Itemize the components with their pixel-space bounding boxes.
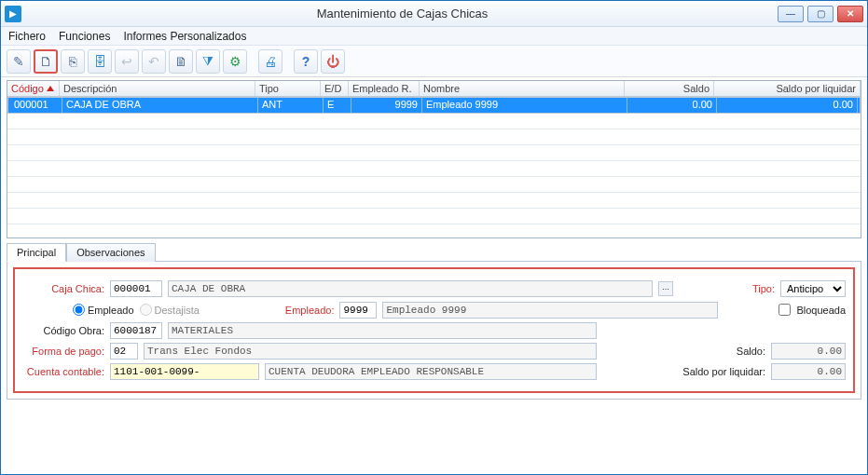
bloqueada-input[interactable] (778, 304, 791, 316)
cuenta-code-input[interactable] (110, 363, 259, 380)
redo-icon[interactable]: ↶ (142, 49, 166, 74)
new-icon[interactable]: 🗋 (34, 49, 58, 74)
forma-pago-name-field[interactable] (144, 343, 597, 360)
col-empleado-r[interactable]: Empleado R. (349, 81, 420, 96)
tab-principal[interactable]: Principal (7, 243, 66, 262)
data-grid[interactable]: Código Descripción Tipo E/D Empleado R. … (7, 80, 861, 238)
obra-name-field[interactable] (168, 322, 597, 339)
bloqueada-checkbox[interactable]: Bloqueada (775, 301, 846, 319)
detail-panel: Caja Chica: ⋯ Tipo: Anticipo Empleado (7, 261, 861, 400)
label-forma-pago: Forma de pago: (22, 346, 104, 357)
cell-descripcion: CAJA DE OBRA (62, 98, 258, 113)
copy-icon[interactable]: ⎘ (61, 49, 85, 74)
saldo-liq-field (771, 363, 846, 380)
radio-destajista-label: Destajista (155, 305, 200, 316)
col-nombre[interactable]: Nombre (420, 81, 625, 96)
app-window: ▶ Mantenimiento de Cajas Chicas — ▢ ✕ Fi… (0, 0, 868, 475)
col-codigo[interactable]: Código (7, 81, 60, 96)
bloqueada-label: Bloqueada (796, 305, 846, 316)
label-empleado: Empleado: (285, 305, 335, 316)
cell-nombre: Empleado 9999 (422, 98, 627, 113)
toolbar: ✎ 🗋 ⎘ 🗄 ↩ ↶ 🗎 ⧩ ⚙ 🖨 ? ⏻ (1, 46, 867, 77)
col-tipo[interactable]: Tipo (255, 81, 321, 96)
cell-empleado-r: 9999 (351, 98, 422, 113)
menu-fichero[interactable]: Fichero (8, 30, 46, 43)
minimize-button[interactable]: — (778, 6, 804, 22)
menu-informes[interactable]: Informes Personalizados (123, 30, 246, 43)
radio-destajista[interactable]: Destajista (140, 304, 200, 316)
menu-bar: Fichero Funciones Informes Personalizado… (1, 27, 867, 46)
close-button[interactable]: ✕ (837, 6, 863, 22)
saldo-field (771, 343, 846, 360)
power-icon[interactable]: ⏻ (321, 49, 345, 74)
radio-empleado-input[interactable] (73, 304, 85, 316)
obra-code-input[interactable] (110, 322, 162, 339)
label-caja-chica: Caja Chica: (22, 283, 104, 294)
archive-icon[interactable]: 🗄 (88, 49, 112, 74)
filter-icon[interactable]: ⧩ (196, 49, 220, 74)
label-cuenta-contable: Cuenta contable: (22, 366, 104, 377)
cell-saldo-liq: 0.00 (717, 98, 858, 113)
menu-funciones[interactable]: Funciones (59, 30, 110, 43)
label-saldo: Saldo: (737, 346, 765, 357)
grid-header: Código Descripción Tipo E/D Empleado R. … (7, 81, 861, 97)
cuenta-name-field[interactable] (265, 363, 597, 380)
sort-asc-icon (47, 86, 54, 91)
title-bar: ▶ Mantenimiento de Cajas Chicas — ▢ ✕ (1, 1, 867, 27)
undo-icon[interactable]: ↩ (115, 49, 139, 74)
col-saldo[interactable]: Saldo (625, 81, 714, 96)
label-tipo: Tipo: (752, 283, 775, 294)
caja-chica-name-field[interactable] (168, 280, 653, 297)
tab-strip: Principal Observaciones (7, 242, 861, 261)
label-codigo-obra: Código Obra: (22, 325, 104, 336)
cell-tipo: ANT (258, 98, 324, 113)
radio-empleado-label: Empleado (88, 305, 134, 316)
radio-empleado[interactable]: Empleado (73, 304, 134, 316)
help-icon[interactable]: ? (294, 49, 318, 74)
edit-icon[interactable]: ✎ (7, 49, 31, 74)
lookup-icon[interactable]: ⋯ (658, 281, 673, 296)
label-saldo-liq: Saldo por liquidar: (682, 366, 765, 377)
window-title: Mantenimiento de Cajas Chicas (27, 7, 778, 20)
tipo-select[interactable]: Anticipo (780, 280, 846, 297)
maximize-button[interactable]: ▢ (807, 6, 834, 22)
cell-ed: E (324, 98, 351, 113)
settings-icon[interactable]: ⚙ (223, 49, 247, 74)
app-icon: ▶ (5, 6, 21, 22)
page-icon[interactable]: 🗎 (169, 49, 193, 74)
tab-observaciones[interactable]: Observaciones (66, 243, 155, 262)
cell-saldo: 0.00 (627, 98, 717, 113)
col-ed[interactable]: E/D (321, 81, 349, 96)
forma-pago-code-input[interactable] (110, 343, 138, 360)
col-saldo-liquidar[interactable]: Saldo por liquidar (714, 81, 861, 96)
col-codigo-label: Código (11, 83, 44, 94)
print-icon[interactable]: 🖨 (258, 49, 282, 74)
col-descripcion[interactable]: Descripción (60, 81, 255, 96)
form-frame: Caja Chica: ⋯ Tipo: Anticipo Empleado (13, 267, 855, 393)
cell-codigo: 000001 (10, 98, 62, 113)
empleado-code-input[interactable] (339, 302, 377, 319)
empleado-name-field[interactable] (382, 302, 718, 319)
radio-destajista-input (140, 304, 152, 316)
table-row[interactable]: 000001 CAJA DE OBRA ANT E 9999 Empleado … (7, 97, 861, 114)
caja-chica-code-input[interactable] (110, 280, 162, 297)
